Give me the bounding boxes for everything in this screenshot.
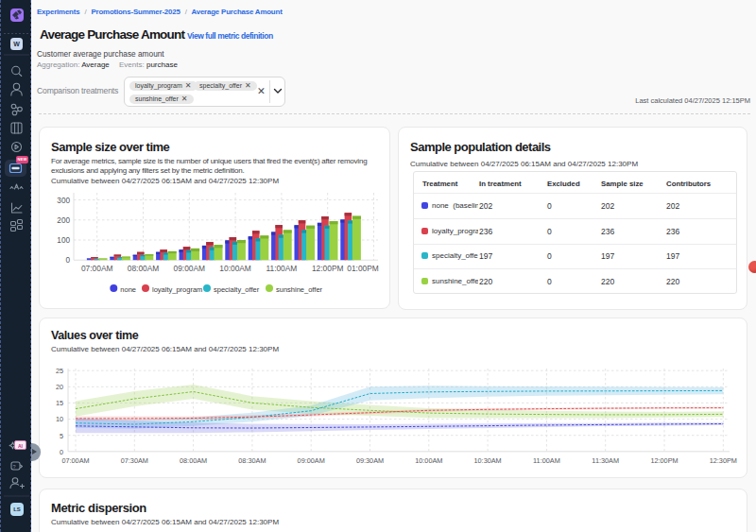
svg-text:10: 10 bbox=[56, 415, 63, 423]
svg-text:10:00AM: 10:00AM bbox=[219, 264, 251, 273]
svg-text:5: 5 bbox=[60, 432, 63, 440]
svg-text:11:00AM: 11:00AM bbox=[533, 456, 560, 465]
svg-text:sunshine_offer: sunshine_offer bbox=[276, 285, 323, 294]
svg-text:11:00AM: 11:00AM bbox=[266, 264, 297, 273]
svg-text:10:30AM: 10:30AM bbox=[473, 456, 501, 465]
svg-text:0: 0 bbox=[60, 448, 63, 456]
svg-text:100: 100 bbox=[57, 236, 70, 245]
svg-text:09:00AM: 09:00AM bbox=[174, 264, 206, 273]
svg-text:12:00PM: 12:00PM bbox=[650, 456, 678, 465]
svg-text:specialty_offer: specialty_offer bbox=[214, 285, 260, 294]
svg-text:11:30AM: 11:30AM bbox=[592, 456, 619, 465]
svg-text:07:00AM: 07:00AM bbox=[81, 264, 113, 273]
svg-text:200: 200 bbox=[57, 216, 70, 225]
svg-text:25: 25 bbox=[56, 367, 63, 375]
svg-text:08:00AM: 08:00AM bbox=[180, 456, 207, 465]
svg-text:09:00AM: 09:00AM bbox=[298, 456, 325, 465]
svg-text:0: 0 bbox=[65, 256, 70, 265]
svg-text:08:00AM: 08:00AM bbox=[128, 264, 160, 273]
svg-text:20: 20 bbox=[56, 383, 63, 391]
svg-text:08:30AM: 08:30AM bbox=[238, 456, 266, 465]
svg-text:none: none bbox=[120, 285, 136, 294]
svg-text:07:30AM: 07:30AM bbox=[121, 456, 148, 465]
svg-text:12:00PM: 12:00PM bbox=[312, 264, 344, 273]
svg-text:01:00PM: 01:00PM bbox=[347, 264, 379, 273]
svg-text:07:00AM: 07:00AM bbox=[61, 456, 89, 465]
svg-text:09:30AM: 09:30AM bbox=[356, 456, 384, 465]
svg-text:10:00AM: 10:00AM bbox=[415, 456, 442, 465]
svg-text:15: 15 bbox=[56, 399, 63, 407]
svg-text:loyalty_program: loyalty_program bbox=[152, 285, 202, 294]
svg-text:12:30PM: 12:30PM bbox=[710, 456, 737, 465]
svg-text:300: 300 bbox=[57, 197, 70, 205]
